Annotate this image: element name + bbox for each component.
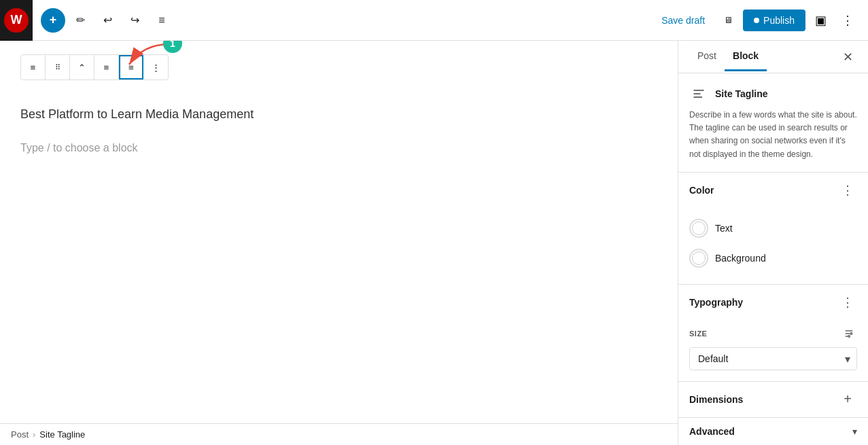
block-toolbar-wrapper: 1 ≡ ⠿ ⌃	[0, 41, 678, 80]
undo-button[interactable]: ↩	[95, 8, 120, 33]
top-toolbar: W + ✏ ↩ ↪ ≡ Save draft 🖥 Publish ▣ ⋮	[0, 0, 868, 41]
chevron-updown-icon: ⌃	[78, 63, 86, 73]
breadcrumb-post[interactable]: Post	[11, 429, 29, 440]
size-select-wrapper: Default Small Medium Large X-Large ▾	[689, 347, 857, 370]
sidebar-close-button[interactable]: ✕	[838, 48, 857, 67]
dimensions-section: Dimensions +	[678, 382, 868, 418]
color-section-content: Text Background	[678, 208, 868, 284]
sidebar-toggle-button[interactable]: ▣	[808, 8, 833, 33]
desktop-icon: 🖥	[724, 15, 733, 25]
logo-box: W	[0, 0, 33, 41]
sidebar: Post Block ✕ Site Tagline Describe in a …	[678, 41, 868, 445]
text-color-label: Text	[715, 223, 733, 234]
site-logo: W	[4, 8, 29, 33]
tools-button[interactable]: ✏	[68, 8, 92, 33]
block-placeholder[interactable]: Type / to choose a block	[20, 142, 657, 154]
align-text-icon: ≡	[104, 63, 109, 73]
block-more-icon: ⋮	[152, 63, 160, 73]
text-color-picker[interactable]	[689, 219, 708, 238]
move-up-down-button[interactable]: ⌃	[70, 55, 94, 79]
sidebar-header: Post Block ✕	[678, 41, 868, 73]
center-align-button[interactable]: ≡	[119, 55, 143, 79]
close-icon: ✕	[843, 50, 853, 65]
block-info: Site Tagline Describe in a few words wha…	[678, 73, 868, 173]
align-text-button[interactable]: ≡	[94, 55, 119, 79]
tab-post[interactable]: Post	[689, 42, 725, 71]
dimensions-section-title: Dimensions	[689, 394, 743, 405]
publish-dot	[754, 18, 759, 23]
svg-point-8	[848, 335, 850, 337]
typography-section-title: Typography	[689, 297, 743, 308]
annotation-badge: 1	[163, 41, 182, 53]
save-draft-button[interactable]: Save draft	[653, 10, 713, 31]
breadcrumb-site-tagline: Site Tagline	[39, 429, 85, 440]
typography-section-menu-button[interactable]: ⋮	[838, 293, 857, 312]
editor-content: Best Platform to Learn Media Management …	[0, 80, 678, 168]
center-align-icon: ≡	[128, 63, 134, 73]
align-left-icon: ≡	[31, 63, 36, 73]
list-view-icon: ≡	[158, 14, 164, 26]
more-options-button[interactable]: ⋮	[835, 8, 860, 33]
color-menu-icon: ⋮	[841, 183, 854, 198]
svg-point-7	[850, 332, 852, 334]
add-block-button[interactable]: +	[41, 8, 65, 33]
breadcrumb-separator: ›	[33, 429, 35, 440]
align-left-button[interactable]: ≡	[21, 55, 46, 79]
plus-icon: +	[50, 13, 57, 27]
color-section: Color ⋮ Text Background	[678, 173, 868, 285]
background-color-picker[interactable]	[689, 249, 708, 268]
text-color-row: Text	[689, 213, 857, 243]
advanced-section: Advanced ▾	[678, 418, 868, 445]
breadcrumb: Post › Site Tagline	[0, 423, 678, 445]
color-section-menu-button[interactable]: ⋮	[838, 181, 857, 200]
text-color-swatch	[692, 221, 706, 235]
typography-section: Typography ⋮ SIZE	[678, 285, 868, 382]
sidebar-toggle-icon: ▣	[815, 13, 827, 28]
list-view-button[interactable]: ≡	[150, 8, 174, 33]
publish-label: Publish	[763, 15, 795, 26]
typography-menu-icon: ⋮	[841, 295, 854, 310]
tools-icon: ✏	[76, 14, 85, 26]
block-type-title: Site Tagline	[715, 88, 768, 99]
tab-block[interactable]: Block	[725, 42, 767, 71]
block-description: Describe in a few words what the site is…	[689, 109, 857, 161]
size-select[interactable]: Default Small Medium Large X-Large	[689, 347, 857, 370]
more-options-icon: ⋮	[841, 13, 854, 28]
editor-area: 1 ≡ ⠿ ⌃	[0, 41, 678, 445]
color-section-title: Color	[689, 185, 714, 196]
view-button[interactable]: 🖥	[716, 8, 740, 33]
typography-section-content: SIZE Default Small	[678, 320, 868, 381]
redo-button[interactable]: ↪	[122, 8, 147, 33]
block-type-icon	[689, 84, 708, 103]
advanced-section-title: Advanced	[689, 426, 735, 437]
dimensions-section-header[interactable]: Dimensions +	[678, 382, 868, 417]
advanced-section-header[interactable]: Advanced ▾	[678, 418, 868, 445]
background-color-label: Background	[715, 253, 766, 264]
typography-filter-button[interactable]	[841, 325, 857, 342]
undo-icon: ↩	[103, 14, 112, 26]
publish-button[interactable]: Publish	[743, 10, 805, 31]
plus-icon: +	[844, 391, 852, 407]
background-color-swatch	[692, 251, 706, 265]
drag-handle-button[interactable]: ⠿	[46, 55, 70, 79]
drag-icon: ⠿	[55, 63, 60, 72]
site-tagline-content[interactable]: Best Platform to Learn Media Management	[20, 107, 657, 122]
dimensions-add-button[interactable]: +	[838, 390, 857, 409]
typography-section-header[interactable]: Typography ⋮	[678, 285, 868, 320]
block-info-header: Site Tagline	[689, 84, 857, 103]
size-label: SIZE	[689, 325, 857, 342]
block-toolbar: ≡ ⠿ ⌃ ≡ ≡ ⋮	[20, 54, 169, 80]
redo-icon: ↪	[131, 14, 139, 26]
advanced-chevron-icon: ▾	[852, 426, 857, 437]
background-color-row: Background	[689, 243, 857, 273]
block-more-button[interactable]: ⋮	[143, 55, 168, 79]
main-area: 1 ≡ ⠿ ⌃	[0, 41, 868, 445]
color-section-header[interactable]: Color ⋮	[678, 173, 868, 208]
